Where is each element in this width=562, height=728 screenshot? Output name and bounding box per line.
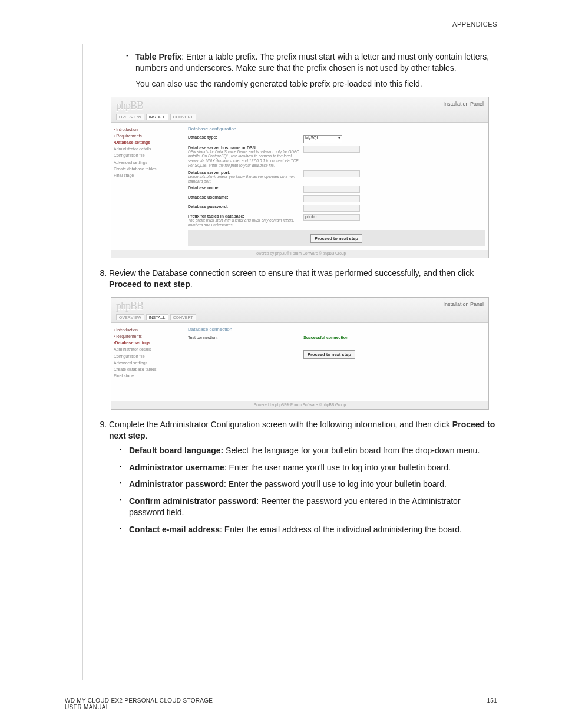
sidebar2-adv: Advanced settings [114,360,184,366]
sidebar2-final: Final stage [114,373,184,379]
bullet-default-lang: Default board language: Select the langu… [120,445,497,456]
install-sidebar-2: › Introduction › Requirements ›Database … [111,323,187,401]
input-dsn[interactable] [303,146,360,153]
step-9: Complete the Administrator Configuration… [109,419,497,535]
sidebar-config: Configuration file [114,152,184,159]
test-result: Successful connection [303,335,348,340]
installation-panel-label: Installation Panel [443,101,484,107]
sidebar-db: ›Database settings [114,139,184,146]
screenshot-db-config: phpBB Installation Panel OVERVIEW INSTAL… [111,97,489,258]
tab-overview[interactable]: OVERVIEW [116,114,144,120]
bullet-admin-pass: Administrator password: Enter the passwo… [120,479,497,490]
lbl-dbpass: Database password: [188,205,300,212]
sidebar2-admin: Administrator details [114,346,184,353]
lbl-port: Database server port:Leave this blank un… [188,170,300,184]
select-dbtype[interactable]: MySQL [303,135,342,143]
sidebar-req: › Requirements [114,133,184,139]
lbl-test-conn: Test connection: [188,335,300,340]
input-dbuser[interactable] [303,195,360,202]
bullet-admin-user: Administrator username: Enter the user n… [120,462,497,473]
lbl-dsn: Database server hostname or DSN:DSN stan… [188,146,300,168]
lbl-dbname: Database name: [188,186,300,193]
step9-text: Complete the Administrator Configuration… [109,420,452,429]
lbl-dbtype: Database type: [188,135,300,143]
sidebar2-config: Configuration file [114,353,184,360]
phpbb-logo-2: phpBB [116,300,143,312]
screenshot-db-connection: phpBB Installation Panel OVERVIEW INSTAL… [111,297,489,410]
margin-rule [82,44,83,680]
phpbb-footer: Powered by phpBB® Forum Software © phpBB… [111,250,488,256]
install-sidebar: › Introduction › Requirements ›Database … [111,123,187,250]
tab-convert-2[interactable]: CONVERT [170,314,196,320]
bullet-contact-email: Contact e-mail address: Enter the email … [120,524,497,535]
text-table-prefix: : Enter a table prefix. The prefix must … [135,52,489,73]
bullet-confirm-pass: Confirm administrator password: Reenter … [120,496,497,518]
input-port[interactable] [303,170,360,177]
tab-install[interactable]: INSTALL [146,114,168,120]
sidebar-create: Create database tables [114,166,184,172]
lbl-dbuser: Database username: [188,195,300,202]
section-db-config: Database configuration [188,126,485,131]
label-table-prefix: Table Prefix [135,52,181,61]
input-dbpass[interactable] [303,205,360,212]
bullet-table-prefix: Table Prefix: Enter a table prefix. The … [126,51,497,90]
phpbb-logo: phpBB [116,100,143,111]
step8-text: Review the Database connection screen to… [109,268,474,278]
step8-end: . [190,279,193,289]
sidebar-final: Final stage [114,172,184,179]
input-dbname[interactable] [303,186,360,193]
tab-convert[interactable]: CONVERT [170,114,196,120]
note-table-prefix: You can also use the randomly generated … [135,78,497,90]
phpbb-footer-2: Powered by phpBB® Forum Software © phpBB… [111,401,488,408]
sidebar2-intro: › Introduction [114,327,184,333]
sidebar2-req: › Requirements [114,333,184,340]
proceed-button-2[interactable]: Proceed to next step [303,350,355,359]
sidebar2-create: Create database tables [114,366,184,373]
proceed-button[interactable]: Proceed to next step [310,234,362,243]
footer-left: WD MY CLOUD EX2 PERSONAL CLOUD STORAGE U… [65,697,213,710]
footer-page-number: 151 [487,697,497,710]
tab-overview-2[interactable]: OVERVIEW [116,314,144,320]
header-section: APPENDICES [82,21,497,28]
sidebar-adv: Advanced settings [114,159,184,166]
step9-end: . [145,431,147,440]
tab-install-2[interactable]: INSTALL [146,314,168,320]
sidebar-admin: Administrator details [114,146,184,152]
lbl-prefix: Prefix for tables in database:The prefix… [188,214,300,228]
input-prefix[interactable]: phpbb_ [303,214,360,221]
step-8: Review the Database connection screen to… [109,268,497,290]
footer-product: WD MY CLOUD EX2 PERSONAL CLOUD STORAGE [65,697,213,704]
sidebar2-db: ›Database settings [114,340,184,346]
step8-bold: Proceed to next step [109,279,190,289]
sidebar-intro: › Introduction [114,126,184,133]
installation-panel-label-2: Installation Panel [443,301,484,307]
footer-manual: USER MANUAL [65,704,110,710]
section-db-conn: Database connection [188,327,485,332]
